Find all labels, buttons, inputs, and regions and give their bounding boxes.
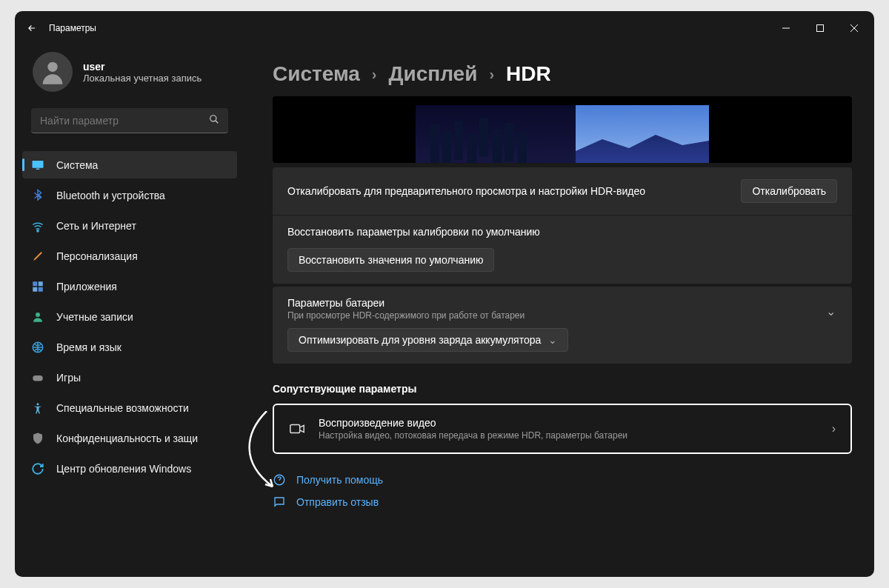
preview-image-dark: [416, 105, 576, 163]
person-icon: [31, 310, 44, 324]
gamepad-icon: [31, 371, 44, 384]
calibrate-title: Откалибровать для предварительного просм…: [287, 185, 726, 197]
update-icon: [31, 462, 44, 475]
restore-defaults-button[interactable]: Восстановить значения по умолчанию: [287, 248, 494, 272]
restore-title: Восстановить параметры калибровки по умо…: [273, 216, 852, 241]
nav-apps[interactable]: Приложения: [22, 273, 237, 300]
svg-rect-12: [33, 287, 37, 291]
svg-rect-18: [290, 425, 300, 433]
nav-label: Игры: [56, 372, 81, 384]
svg-rect-1: [817, 24, 824, 31]
nav-accounts[interactable]: Учетные записи: [22, 303, 237, 330]
nav-time-language[interactable]: Время и язык: [22, 333, 237, 361]
nav-label: Сеть и Интернет: [56, 220, 136, 232]
back-button[interactable]: [18, 14, 46, 42]
related-subtitle: Настройка видео, потоковая передача в ре…: [319, 430, 819, 441]
search-box[interactable]: [31, 108, 228, 133]
brush-icon: [31, 250, 44, 263]
battery-dropdown[interactable]: Оптимизировать для уровня заряда аккумул…: [287, 328, 568, 352]
nav-label: Время и язык: [56, 341, 121, 353]
monitor-icon: [31, 158, 44, 172]
crumb-display[interactable]: Дисплей: [389, 62, 478, 86]
calibrate-button[interactable]: Откалибровать: [741, 179, 837, 203]
chevron-right-icon: ›: [489, 66, 494, 83]
chevron-down-icon[interactable]: ⌄: [826, 304, 836, 318]
video-playback-card[interactable]: Воспроизведение видео Настройка видео, п…: [273, 404, 852, 454]
nav-label: Специальные возможности: [56, 402, 189, 414]
nav-accessibility[interactable]: Специальные возможности: [22, 394, 237, 421]
help-label: Получить помощь: [296, 474, 383, 486]
nav-personalization[interactable]: Персонализация: [22, 242, 237, 270]
crumb-system[interactable]: Система: [273, 62, 360, 86]
svg-rect-11: [39, 281, 43, 286]
svg-rect-13: [39, 287, 43, 291]
svg-rect-16: [33, 375, 43, 381]
nav-network[interactable]: Сеть и Интернет: [22, 212, 237, 239]
user-block[interactable]: user Локальная учетная запись: [22, 44, 237, 105]
help-link[interactable]: Получить помощь: [273, 469, 852, 491]
search-input[interactable]: [40, 115, 209, 127]
svg-point-4: [47, 62, 57, 72]
main-content: Система › Дисплей › HDR Откалибровать дл…: [244, 44, 874, 577]
crumb-hdr: HDR: [506, 62, 551, 86]
chevron-right-icon: ›: [372, 66, 377, 83]
svg-point-17: [37, 403, 39, 405]
minimize-button[interactable]: [769, 16, 803, 40]
bluetooth-icon: [31, 189, 44, 202]
preview-image-hdr: [576, 105, 709, 163]
hdr-preview: [273, 96, 852, 163]
svg-line-6: [216, 121, 219, 124]
feedback-link[interactable]: Отправить отзыв: [273, 491, 852, 513]
titlebar: Параметры: [15, 11, 874, 44]
related-title: Воспроизведение видео: [319, 417, 819, 429]
chevron-right-icon: ›: [832, 422, 836, 435]
svg-rect-8: [36, 168, 40, 170]
nav-label: Приложения: [56, 281, 117, 293]
svg-rect-7: [33, 161, 44, 168]
feedback-label: Отправить отзыв: [296, 496, 379, 508]
app-title: Параметры: [49, 23, 96, 33]
shield-icon: [31, 432, 44, 445]
nav-label: Центр обновления Windows: [56, 463, 191, 475]
nav-label: Персонализация: [56, 250, 138, 262]
help-icon: [273, 473, 286, 487]
chevron-down-icon: ⌄: [548, 334, 557, 346]
nav-list: Система Bluetooth и устройства Сеть и Ин…: [22, 144, 237, 482]
nav-bluetooth[interactable]: Bluetooth и устройства: [22, 181, 237, 209]
related-section-title: Сопутствующие параметры: [273, 383, 852, 395]
battery-title: Параметры батареи: [287, 297, 837, 309]
apps-icon: [31, 280, 44, 293]
search-icon: [209, 114, 219, 127]
breadcrumb: Система › Дисплей › HDR: [273, 44, 852, 96]
nav-system[interactable]: Система: [22, 151, 237, 178]
avatar: [33, 52, 73, 92]
user-name: user: [83, 61, 202, 73]
battery-dropdown-label: Оптимизировать для уровня заряда аккумул…: [299, 334, 541, 346]
wifi-icon: [31, 219, 44, 233]
svg-rect-10: [33, 281, 37, 286]
accessibility-icon: [31, 401, 44, 415]
feedback-icon: [273, 495, 286, 509]
user-subtitle: Локальная учетная запись: [83, 73, 202, 84]
sidebar: user Локальная учетная запись Система Bl…: [15, 44, 244, 577]
window-controls: [769, 16, 871, 40]
close-button[interactable]: [837, 16, 871, 40]
nav-label: Bluetooth и устройства: [56, 190, 165, 201]
settings-window: Параметры user Локальная учетная запись: [15, 11, 874, 577]
svg-point-5: [210, 116, 216, 121]
nav-windows-update[interactable]: Центр обновления Windows: [22, 455, 237, 482]
battery-card[interactable]: Параметры батареи При просмотре HDR-соде…: [273, 287, 852, 364]
svg-point-14: [36, 313, 40, 317]
nav-label: Система: [56, 159, 98, 171]
maximize-button[interactable]: [803, 16, 837, 40]
video-icon: [289, 421, 305, 437]
nav-privacy[interactable]: Конфиденциальность и защи: [22, 424, 237, 452]
nav-label: Учетные записи: [56, 311, 133, 323]
svg-point-9: [37, 230, 39, 231]
footer-links: Получить помощь Отправить отзыв: [273, 469, 852, 519]
nav-label: Конфиденциальность и защи: [56, 432, 198, 444]
nav-gaming[interactable]: Игры: [22, 364, 237, 391]
clock-globe-icon: [31, 341, 44, 354]
battery-subtitle: При просмотре HDR-содержимого при работе…: [287, 310, 837, 321]
calibration-card: Откалибровать для предварительного просм…: [273, 167, 852, 284]
